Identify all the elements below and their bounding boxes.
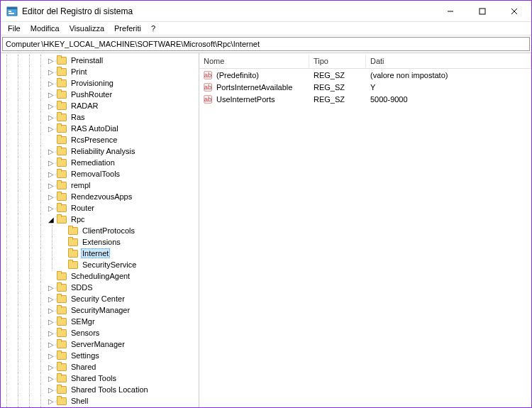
expand-icon[interactable]: ▷ xyxy=(46,203,56,213)
folder-icon xyxy=(56,67,67,77)
expand-icon[interactable]: ▷ xyxy=(46,169,56,179)
expand-icon[interactable]: ▷ xyxy=(46,362,56,372)
menu-favorites[interactable]: Preferiti xyxy=(110,23,145,34)
tree-item-pushrouter[interactable]: ▷PushRouter xyxy=(1,89,199,100)
tree-item-extensions[interactable]: Extensions xyxy=(1,236,199,248)
expand-icon[interactable]: ▷ xyxy=(46,192,56,202)
minimize-button[interactable] xyxy=(434,1,466,22)
value-name: PortsInternetAvailable xyxy=(216,83,292,92)
tree-label: Shared Tools xyxy=(70,374,118,382)
value-row[interactable]: abPortsInternetAvailableREG_SZY xyxy=(199,81,531,93)
tree-item-sensors[interactable]: ▷Sensors xyxy=(1,327,199,338)
collapse-icon[interactable]: ◢ xyxy=(46,214,56,224)
tree-label: Provisioning xyxy=(70,79,115,87)
menu-edit[interactable]: Modifica xyxy=(26,23,64,34)
col-type[interactable]: Tipo xyxy=(309,55,366,67)
expand-icon[interactable]: ▷ xyxy=(46,396,56,406)
svg-rect-5 xyxy=(480,9,485,14)
col-name[interactable]: Nome xyxy=(199,55,309,67)
tree-label: Settings xyxy=(70,351,101,360)
tree-item-shared[interactable]: ▷Shared xyxy=(1,361,199,373)
tree-label: RADAR xyxy=(70,101,100,110)
tree-item-provisioning[interactable]: ▷Provisioning xyxy=(1,77,199,89)
expand-icon[interactable]: ▷ xyxy=(46,180,56,190)
folder-icon xyxy=(56,123,67,133)
tree-pane[interactable]: ▷Preinstall▷Print▷Provisioning▷PushRoute… xyxy=(1,53,199,407)
tree-item-sdds[interactable]: ▷SDDS xyxy=(1,282,199,293)
tree-item-security-center[interactable]: ▷Security Center xyxy=(1,293,199,304)
col-data[interactable]: Dati xyxy=(366,55,531,67)
tree-item-rempl[interactable]: ▷rempl xyxy=(1,180,199,191)
expand-icon[interactable]: ▷ xyxy=(46,351,56,360)
address-bar[interactable]: Computer\HKEY_LOCAL_MACHINE\SOFTWARE\Mic… xyxy=(2,37,530,51)
svg-rect-3 xyxy=(9,13,14,14)
expand-icon[interactable]: ▷ xyxy=(46,305,56,315)
tree-item-preinstall[interactable]: ▷Preinstall xyxy=(1,55,199,66)
expand-icon[interactable]: ▷ xyxy=(46,112,56,122)
folder-icon xyxy=(56,180,67,190)
expand-icon[interactable]: ▷ xyxy=(46,294,56,304)
svg-text:ab: ab xyxy=(204,70,212,78)
tree-item-shell[interactable]: ▷Shell xyxy=(1,395,199,407)
tree-label: Remediation xyxy=(70,158,116,167)
tree-item-shared-tools-location[interactable]: ▷Shared Tools Location xyxy=(1,384,199,395)
tree-item-shared-tools[interactable]: ▷Shared Tools xyxy=(1,373,199,384)
value-name: UseInternetPorts xyxy=(216,95,275,104)
expand-icon[interactable]: ▷ xyxy=(46,78,56,88)
tree-item-reliability-analysis[interactable]: ▷Reliability Analysis xyxy=(1,145,199,157)
tree-item-servermanager[interactable]: ▷ServerManager xyxy=(1,338,199,350)
tree-label: rempl xyxy=(70,181,92,189)
tree-item-clientprotocols[interactable]: ClientProtocols xyxy=(1,225,199,236)
value-row[interactable]: abUseInternetPortsREG_SZ5000-9000 xyxy=(199,93,531,105)
tree-item-rcspresence[interactable]: RcsPresence xyxy=(1,134,199,145)
tree-item-securityservice[interactable]: SecurityService xyxy=(1,259,199,270)
expand-icon[interactable]: ▷ xyxy=(46,158,56,167)
address-path: \HKEY_LOCAL_MACHINE\SOFTWARE\Microsoft\R… xyxy=(41,40,260,48)
values-pane[interactable]: Nome Tipo Dati ab(Predefinito)REG_SZ(val… xyxy=(199,53,531,407)
menu-file[interactable]: File xyxy=(4,23,25,34)
folder-icon xyxy=(56,294,67,304)
tree-item-ras[interactable]: ▷Ras xyxy=(1,111,199,123)
tree-label: SDDS xyxy=(70,283,94,292)
tree-label: RcsPresence xyxy=(70,136,118,144)
expand-icon[interactable]: ▷ xyxy=(46,328,56,338)
expand-icon[interactable]: ▷ xyxy=(46,385,56,395)
tree-item-ras-autodial[interactable]: ▷RAS AutoDial xyxy=(1,123,199,134)
expand-icon[interactable]: ▷ xyxy=(46,339,56,349)
tree-item-settings[interactable]: ▷Settings xyxy=(1,350,199,361)
menu-help[interactable]: ? xyxy=(147,23,160,34)
tree-label: SEMgr xyxy=(70,317,96,326)
close-button[interactable] xyxy=(498,1,530,22)
tree-item-print[interactable]: ▷Print xyxy=(1,66,199,77)
tree-item-radar[interactable]: ▷RADAR xyxy=(1,100,199,111)
expand-icon[interactable]: ▷ xyxy=(46,373,56,383)
tree-item-sideshow[interactable]: ▷SideShow xyxy=(1,407,199,407)
expand-icon[interactable]: ▷ xyxy=(46,101,56,111)
tree-item-securitymanager[interactable]: ▷SecurityManager xyxy=(1,304,199,316)
folder-icon xyxy=(56,112,67,122)
expand-icon[interactable]: ▷ xyxy=(46,316,56,326)
string-value-icon: ab xyxy=(204,94,214,104)
tree-item-removaltools[interactable]: ▷RemovalTools xyxy=(1,168,199,180)
tree-item-remediation[interactable]: ▷Remediation xyxy=(1,157,199,168)
tree-label: Shared xyxy=(70,363,97,371)
tree-label: Rpc xyxy=(70,215,87,224)
expand-icon[interactable]: ▷ xyxy=(46,55,56,65)
folder-icon xyxy=(56,362,67,372)
tree-item-rpc[interactable]: ◢Rpc xyxy=(1,214,199,225)
folder-icon xyxy=(56,135,67,145)
tree-item-internet[interactable]: Internet xyxy=(1,248,199,259)
tree-item-rendezvousapps[interactable]: ▷RendezvousApps xyxy=(1,191,199,202)
maximize-button[interactable] xyxy=(466,1,498,22)
tree-item-semgr[interactable]: ▷SEMgr xyxy=(1,316,199,327)
tree-item-router[interactable]: ▷Router xyxy=(1,202,199,214)
expand-icon[interactable]: ▷ xyxy=(46,282,56,292)
tree-item-schedulingagent[interactable]: SchedulingAgent xyxy=(1,270,199,282)
menu-view[interactable]: Visualizza xyxy=(65,23,109,34)
expand-icon[interactable]: ▷ xyxy=(46,67,56,77)
tree-label: Internet xyxy=(81,248,110,258)
value-row[interactable]: ab(Predefinito)REG_SZ(valore non imposta… xyxy=(199,69,531,81)
expand-icon[interactable]: ▷ xyxy=(46,89,56,99)
expand-icon[interactable]: ▷ xyxy=(46,123,56,133)
expand-icon[interactable]: ▷ xyxy=(46,146,56,156)
